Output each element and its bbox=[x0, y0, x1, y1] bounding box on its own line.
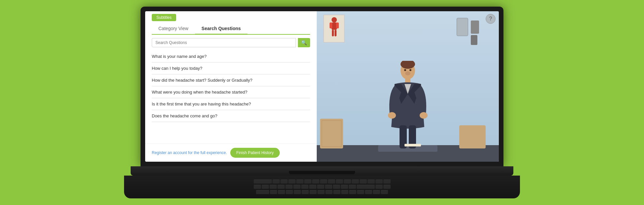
key-4[interactable] bbox=[285, 185, 293, 189]
screen-bezel: Subtitles Category View Search Questions… bbox=[141, 7, 503, 166]
key-p[interactable] bbox=[341, 190, 348, 194]
svg-point-10 bbox=[420, 112, 428, 119]
key-f7[interactable] bbox=[320, 180, 327, 184]
key-lbracket[interactable] bbox=[349, 190, 356, 194]
laptop-screen: Subtitles Category View Search Questions… bbox=[145, 11, 499, 162]
laptop-notch bbox=[289, 171, 355, 174]
key-i[interactable] bbox=[325, 190, 333, 194]
key-f12[interactable] bbox=[360, 180, 367, 184]
subtitles-button[interactable]: Subtitles bbox=[152, 14, 176, 21]
key-tilde[interactable] bbox=[254, 185, 261, 189]
key-1[interactable] bbox=[262, 185, 269, 189]
key-e[interactable] bbox=[286, 190, 293, 194]
svg-rect-3 bbox=[336, 22, 339, 28]
search-row: 🔍 bbox=[145, 35, 317, 51]
key-o[interactable] bbox=[333, 190, 340, 194]
key-backspace[interactable] bbox=[357, 185, 375, 189]
key-end[interactable] bbox=[383, 180, 391, 184]
search-icon: 🔍 bbox=[301, 40, 307, 45]
anatomy-poster bbox=[323, 15, 345, 43]
svg-rect-2 bbox=[330, 22, 332, 28]
question-item[interactable]: What is your name and age? bbox=[152, 51, 310, 62]
laptop-container: Subtitles Category View Search Questions… bbox=[108, 7, 536, 198]
search-button[interactable]: 🔍 bbox=[298, 38, 310, 47]
key-del[interactable] bbox=[375, 180, 383, 184]
key-f5[interactable] bbox=[304, 180, 311, 184]
key-8[interactable] bbox=[317, 185, 324, 189]
svg-point-14 bbox=[404, 69, 406, 71]
key-t[interactable] bbox=[302, 190, 309, 194]
search-input[interactable] bbox=[152, 38, 296, 47]
question-item[interactable]: How can I help you today? bbox=[152, 62, 310, 74]
right-panel: ? bbox=[317, 11, 499, 162]
key-r[interactable] bbox=[294, 190, 301, 194]
keyboard-row-3 bbox=[256, 190, 388, 194]
patient-svg bbox=[381, 61, 434, 153]
register-link[interactable]: Register an account for the full experie… bbox=[152, 150, 227, 155]
key-f10[interactable] bbox=[344, 180, 351, 184]
key-2[interactable] bbox=[270, 185, 277, 189]
svg-rect-8 bbox=[405, 79, 410, 83]
key-f1[interactable] bbox=[273, 180, 280, 184]
question-item[interactable]: Does the headache come and go? bbox=[152, 110, 310, 122]
key-home[interactable] bbox=[375, 185, 383, 189]
subtitles-row: Subtitles bbox=[152, 14, 310, 21]
paper-on-table bbox=[404, 144, 421, 146]
key-minus[interactable] bbox=[341, 185, 348, 189]
key-pgdn[interactable] bbox=[381, 190, 388, 194]
key-tab[interactable] bbox=[256, 190, 269, 194]
key-w[interactable] bbox=[278, 190, 285, 194]
key-6[interactable] bbox=[301, 185, 308, 189]
key-esc[interactable] bbox=[254, 180, 272, 184]
key-f11[interactable] bbox=[352, 180, 359, 184]
key-5[interactable] bbox=[293, 185, 301, 189]
key-f2[interactable] bbox=[280, 180, 288, 184]
laptop-base bbox=[131, 166, 513, 176]
key-y[interactable] bbox=[309, 190, 317, 194]
questions-list: What is your name and age? How can I hel… bbox=[145, 51, 317, 144]
key-f3[interactable] bbox=[288, 180, 296, 184]
key-9[interactable] bbox=[325, 185, 332, 189]
medical-device-3 bbox=[471, 35, 477, 45]
tabs-row: Category View Search Questions bbox=[152, 23, 310, 35]
key-0[interactable] bbox=[333, 185, 340, 189]
tab-category[interactable]: Category View bbox=[152, 23, 195, 35]
tab-search[interactable]: Search Questions bbox=[195, 23, 247, 35]
finish-button[interactable]: Finish Patient History bbox=[230, 148, 279, 158]
svg-point-0 bbox=[332, 17, 337, 22]
key-q[interactable] bbox=[270, 190, 277, 194]
key-pgup[interactable] bbox=[383, 185, 391, 189]
key-del2[interactable] bbox=[373, 190, 380, 194]
svg-point-16 bbox=[407, 71, 408, 73]
key-3[interactable] bbox=[277, 185, 285, 189]
top-bar: Subtitles Category View Search Questions bbox=[145, 11, 317, 35]
key-f6[interactable] bbox=[312, 180, 319, 184]
bottom-bar: Register an account for the full experie… bbox=[145, 144, 317, 162]
keyboard-row-2 bbox=[254, 185, 391, 189]
wall-equipment bbox=[457, 18, 479, 45]
cabinet-left bbox=[320, 119, 343, 148]
question-item[interactable]: Is it the first time that you are having… bbox=[152, 98, 310, 110]
key-f8[interactable] bbox=[328, 180, 335, 184]
keyboard-row-1 bbox=[254, 180, 391, 184]
svg-rect-4 bbox=[332, 30, 334, 36]
svg-rect-5 bbox=[335, 30, 337, 36]
cabinet-right bbox=[459, 125, 486, 148]
medical-device-1 bbox=[457, 18, 468, 36]
svg-rect-1 bbox=[332, 22, 337, 30]
key-backslash[interactable] bbox=[365, 190, 372, 194]
svg-point-15 bbox=[409, 69, 411, 71]
help-button[interactable]: ? bbox=[486, 14, 496, 24]
key-bksp[interactable] bbox=[368, 180, 375, 184]
key-7[interactable] bbox=[309, 185, 316, 189]
key-equals[interactable] bbox=[349, 185, 356, 189]
question-item[interactable]: What were you doing when the headache st… bbox=[152, 86, 310, 98]
key-f4[interactable] bbox=[296, 180, 304, 184]
key-f9[interactable] bbox=[336, 180, 343, 184]
svg-point-9 bbox=[388, 112, 396, 119]
medical-device-2 bbox=[471, 20, 479, 34]
question-item[interactable]: How did the headache start? Suddenly or … bbox=[152, 74, 310, 86]
key-u[interactable] bbox=[317, 190, 325, 194]
left-panel: Subtitles Category View Search Questions… bbox=[145, 11, 317, 162]
key-rbracket[interactable] bbox=[357, 190, 364, 194]
